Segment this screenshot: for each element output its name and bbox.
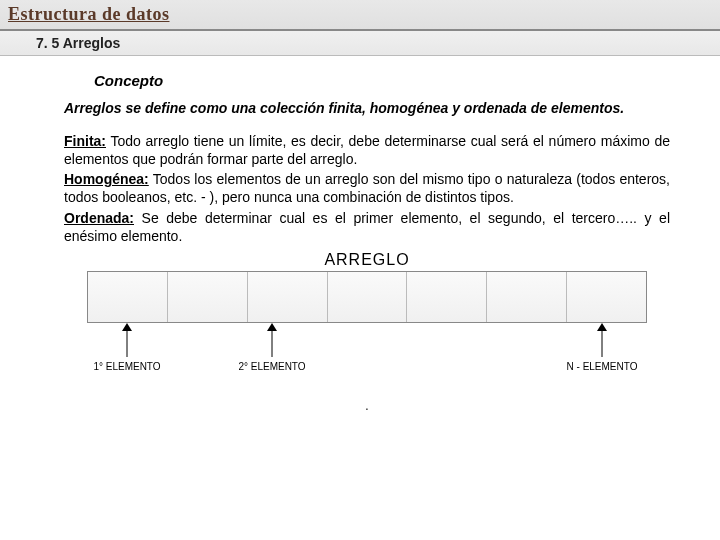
finita-text: Todo arreglo tiene un límite, es decir, … [64, 133, 670, 167]
ordenada-text: Se debe determinar cual es el primer ele… [64, 210, 670, 244]
arrow-first-label: 1° ELEMENTO [82, 361, 172, 372]
finita-paragraph: Finita: Todo arreglo tiene un límite, es… [64, 132, 670, 168]
arrow-up-icon [264, 323, 280, 357]
array-cell [407, 272, 487, 322]
concept-heading: Concepto [94, 72, 670, 89]
arrow-first: 1° ELEMENTO [82, 323, 172, 372]
page-title: Estructura de datos [8, 4, 170, 24]
svg-marker-3 [267, 323, 277, 331]
array-cell [328, 272, 408, 322]
section-number: 7. 5 Arreglos [36, 35, 120, 51]
array-diagram [87, 271, 647, 323]
array-cell [248, 272, 328, 322]
title-bar: Estructura de datos [0, 0, 720, 31]
svg-marker-5 [597, 323, 607, 331]
arrow-nth-label: N - ELEMENTO [557, 361, 647, 372]
array-cell [88, 272, 168, 322]
arrow-second: 2° ELEMENTO [227, 323, 317, 372]
array-cell [567, 272, 646, 322]
array-cell [168, 272, 248, 322]
ordenada-label: Ordenada: [64, 210, 134, 226]
array-cell [487, 272, 567, 322]
homogenea-text: Todos los elementos de un arreglo son de… [64, 171, 670, 205]
homogenea-label: Homogénea: [64, 171, 149, 187]
diagram-title: ARREGLO [64, 251, 670, 269]
ordenada-paragraph: Ordenada: Se debe determinar cual es el … [64, 209, 670, 245]
arrow-up-icon [119, 323, 135, 357]
definition-text: Arreglos se define como una colección fi… [64, 99, 670, 118]
arrow-nth: N - ELEMENTO [557, 323, 647, 372]
content-area: Concepto Arreglos se define como una col… [0, 56, 720, 413]
arrow-second-label: 2° ELEMENTO [227, 361, 317, 372]
arrow-up-icon [594, 323, 610, 357]
section-bar: 7. 5 Arreglos [0, 31, 720, 56]
homogenea-paragraph: Homogénea: Todos los elementos de un arr… [64, 170, 670, 206]
arrow-row: 1° ELEMENTO 2° ELEMENTO N - ELEMENTO [87, 323, 647, 393]
footer-dot: . [64, 399, 670, 413]
finita-label: Finita: [64, 133, 106, 149]
svg-marker-1 [122, 323, 132, 331]
